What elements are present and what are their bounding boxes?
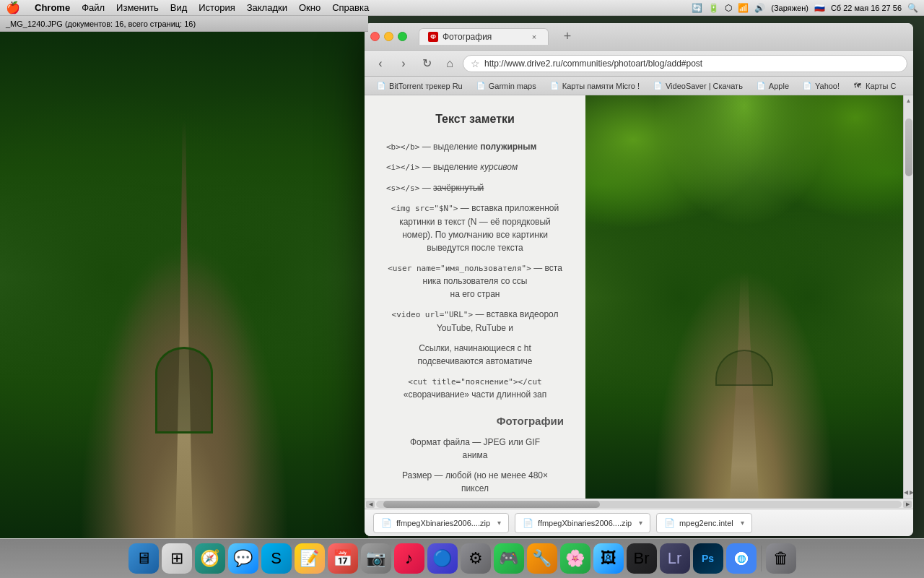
scroll-thumb[interactable] xyxy=(905,118,912,176)
dock-icon-lightroom[interactable]: Lr xyxy=(660,543,690,574)
dock-icon-photoshop[interactable]: Ps xyxy=(693,543,723,574)
dock-icon-safari[interactable]: 🧭 xyxy=(195,543,225,574)
bookmark-garmin[interactable]: 📄 Garmin maps xyxy=(470,79,542,92)
tag-italic: <i></i> xyxy=(386,163,419,172)
window-close-button[interactable] xyxy=(370,32,380,41)
menubar-edit[interactable]: Изменить xyxy=(116,2,159,13)
new-tab-button[interactable]: + xyxy=(557,27,578,47)
horizontal-scrollbar[interactable]: ◀ ▶ xyxy=(365,499,913,509)
dock-icon-app1[interactable]: 🔵 xyxy=(427,543,458,574)
download-item-3[interactable]: 📄 mpeg2enc.intel ▾ xyxy=(656,513,752,533)
address-bar[interactable]: ☆ http://www.drive2.ru/communities/photo… xyxy=(463,55,907,72)
dock-icon-chrome[interactable]: 🌐 xyxy=(726,543,757,574)
bookmark-label-garmin: Garmin maps xyxy=(489,82,536,90)
tab-title: Фотография xyxy=(443,32,525,42)
h-scroll-thumb[interactable] xyxy=(383,501,600,508)
tag-bold: <b></b> xyxy=(386,142,419,152)
menubar-wifi-icon: 📶 xyxy=(738,3,749,13)
instruction-links: Ссылки, начинающиеся с ht подсвечиваются… xyxy=(386,342,564,368)
dock-icon-skype[interactable]: S xyxy=(261,543,292,574)
download-item-1[interactable]: 📄 ffmpegXbinaries2006....zip ▾ xyxy=(373,513,509,533)
dock-icon-preview[interactable]: 🖼 xyxy=(593,543,624,574)
scroll-up-button[interactable]: ▲ xyxy=(905,97,912,104)
instruction-cut: <cut title="пояснение"></cut «сворачиван… xyxy=(386,375,564,402)
download-file-icon-2: 📄 xyxy=(523,518,533,528)
menubar-view[interactable]: Вид xyxy=(170,2,188,13)
download-arrow-2[interactable]: ▾ xyxy=(639,519,642,527)
dock-icon-notes[interactable]: 📝 xyxy=(295,543,325,574)
menubar-window[interactable]: Окно xyxy=(299,2,321,13)
instruction-strike: <s></s> — зачёркнутый xyxy=(386,181,564,195)
menubar-bookmarks[interactable]: Закладки xyxy=(247,2,287,13)
dock-icon-music[interactable]: ♪ xyxy=(394,543,424,574)
image-viewer-filename: _MG_1240.JPG (документов: 16, всего стра… xyxy=(6,20,196,28)
bookmarks-bar: 📄 BitTorrent трекер Ru 📄 Garmin maps 📄 К… xyxy=(365,77,913,95)
download-bar: 📄 ffmpegXbinaries2006....zip ▾ 📄 ffmpegX… xyxy=(365,509,913,536)
home-button[interactable]: ⌂ xyxy=(440,53,460,74)
reload-button[interactable]: ↻ xyxy=(417,53,437,74)
dock: 🖥 ⊞ 🧭 💬 S 📝 📅 📷 ♪ 🔵 ⚙ 🎮 🔧 🌸 🖼 Br Lr Ps 🌐… xyxy=(0,538,924,578)
dock-icon-photo[interactable]: 📷 xyxy=(361,543,391,574)
tab-close-button[interactable]: × xyxy=(529,32,539,42)
menubar-history[interactable]: История xyxy=(199,2,235,13)
vertical-scrollbar[interactable]: ▲ ◀ ▶ xyxy=(903,95,913,499)
menubar-app[interactable]: Chrome xyxy=(35,2,70,13)
dock-icon-app2[interactable]: 🔧 xyxy=(527,543,557,574)
tag-strike: <s></s> xyxy=(386,184,419,193)
dock-icon-iphoto[interactable]: 🌸 xyxy=(560,543,590,574)
apple-menu-icon[interactable]: 🍎 xyxy=(6,1,20,14)
dock-icon-trash[interactable]: 🗑 xyxy=(766,543,796,574)
menubar-help[interactable]: Справка xyxy=(332,2,369,13)
instruction-user: <user name="имя_пользователя"> — вста ни… xyxy=(386,262,564,301)
scroll-right-small[interactable]: ▶ xyxy=(910,489,914,496)
window-minimize-button[interactable] xyxy=(384,32,393,41)
dock-icon-bridge[interactable]: Br xyxy=(627,543,657,574)
dock-icon-game[interactable]: 🎮 xyxy=(494,543,524,574)
bookmark-bittorrent[interactable]: 📄 BitTorrent трекер Ru xyxy=(370,79,468,92)
page-left-panel: Текст заметки <b></b> — выделение полужи… xyxy=(365,95,585,499)
bookmark-videosaver[interactable]: 📄 VideoSaver | Скачать xyxy=(647,79,749,92)
bookmark-yahoo[interactable]: 📄 Yahoo! xyxy=(796,79,845,92)
bookmark-apple[interactable]: 📄 Apple xyxy=(750,79,795,92)
back-button[interactable]: ‹ xyxy=(370,53,391,74)
menubar-search-icon[interactable]: 🔍 xyxy=(907,3,918,13)
address-text: http://www.drive2.ru/communities/photoar… xyxy=(484,59,899,69)
menubar-flag: 🇷🇺 xyxy=(814,3,825,13)
scroll-left-small[interactable]: ◀ xyxy=(904,489,908,496)
bookmark-label-yahoo: Yahoo! xyxy=(815,82,840,90)
bookmark-microsd[interactable]: 📄 Карты памяти Micro ! xyxy=(544,79,645,92)
window-controls xyxy=(370,32,407,41)
bookmark-icon-maps: 🗺 xyxy=(853,81,863,91)
dock-icon-calendar[interactable]: 📅 xyxy=(328,543,358,574)
download-item-2[interactable]: 📄 ffmpegXbinaries2006....zip ▾ xyxy=(515,513,650,533)
bookmark-maps[interactable]: 🗺 Карты С xyxy=(847,79,902,92)
chrome-toolbar: ‹ › ↻ ⌂ ☆ http://www.drive2.ru/communiti… xyxy=(365,51,913,77)
photo-size: Размер — любой (но не менее 480× пиксел xyxy=(386,469,564,495)
photo-section-title: Фотографии xyxy=(386,413,564,430)
bookmark-label-apple: Apple xyxy=(769,82,789,90)
instruction-img: <img src="$N"> — вставка приложенной кар… xyxy=(386,202,564,254)
forward-button[interactable]: › xyxy=(393,53,414,74)
menubar-file[interactable]: Файл xyxy=(82,2,105,13)
text-section-title: Текст заметки xyxy=(386,110,564,129)
dock-icon-launchpad[interactable]: ⊞ xyxy=(162,543,192,574)
instruction-video: <video url="URL"> — вставка видеорол You… xyxy=(386,308,564,335)
dock-icon-finder[interactable]: 🖥 xyxy=(128,543,159,574)
menubar-battery-status: (Заряжен) xyxy=(771,4,808,12)
h-scroll-right-button[interactable]: ▶ xyxy=(903,501,912,508)
bookmark-label-maps: Карты С xyxy=(866,82,896,90)
page-content: Текст заметки <b></b> — выделение полужи… xyxy=(365,95,913,499)
window-maximize-button[interactable] xyxy=(398,32,407,41)
background-photo xyxy=(0,16,368,538)
chrome-titlebar: Ф Фотография × + xyxy=(365,23,913,51)
download-arrow-1[interactable]: ▾ xyxy=(497,519,501,527)
bookmark-icon-bittorrent: 📄 xyxy=(376,81,386,91)
chrome-tab[interactable]: Ф Фотография × xyxy=(419,28,549,45)
dock-icon-messages[interactable]: 💬 xyxy=(228,543,258,574)
h-scroll-left-button[interactable]: ◀ xyxy=(366,501,375,508)
dock-icon-sysprefs[interactable]: ⚙ xyxy=(461,543,491,574)
download-arrow-3[interactable]: ▾ xyxy=(741,519,744,527)
menubar-datetime: Сб 22 мая 16 27 56 xyxy=(831,4,902,12)
bookmark-icon-garmin: 📄 xyxy=(476,81,486,91)
bookmark-label-bittorrent: BitTorrent трекер Ru xyxy=(389,82,463,90)
